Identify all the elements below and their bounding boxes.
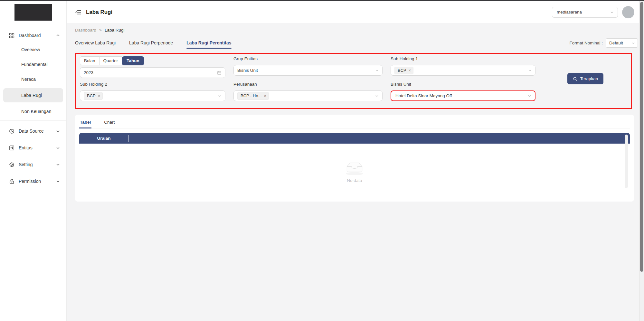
empty-inbox-icon: [344, 162, 365, 175]
chevron-down-icon: [56, 163, 60, 166]
sidebar-item-data-source[interactable]: Data Source: [0, 125, 66, 137]
workspace-select-value: mediasarana: [557, 10, 582, 14]
bisnis-unit-value: Hotel Delta Sinar Mayang Off: [395, 93, 452, 98]
period-segmented: Bulan Quarter Tahun: [80, 56, 144, 65]
workspace-select[interactable]: mediasarana: [552, 7, 618, 18]
sidebar-item-neraca[interactable]: Neraca: [3, 73, 63, 85]
period-filter: Bulan Quarter Tahun 2023: [80, 56, 225, 78]
sidebar-item-overview[interactable]: Overview: [3, 44, 63, 55]
breadcrumb: Dashboard > Laba Rugi: [75, 28, 638, 33]
main-area: Laba Rugi mediasarana Dashboard > Laba R…: [67, 0, 644, 321]
page-scrollbar-thumb[interactable]: [640, 2, 643, 272]
chevron-down-icon: [56, 129, 60, 133]
tab-laba-rugi-perperiode[interactable]: Laba Rugi Perperiode: [129, 40, 173, 49]
sidebar-item-setting[interactable]: Setting: [0, 158, 66, 171]
selected-tag: BCP - Ho... ×: [237, 92, 269, 100]
tag-label: BCP - Ho...: [241, 93, 262, 98]
sidebar-item-label: Fundamental: [21, 62, 48, 67]
sidebar-item-label: Dashboard: [19, 33, 56, 38]
sub-holding-2-filter: Sub Holding 2 BCP ×: [80, 82, 225, 101]
tab-tabel[interactable]: Tabel: [79, 118, 91, 128]
chevron-down-icon: [528, 94, 531, 98]
year-picker-value: 2023: [84, 70, 93, 75]
lock-icon: [9, 179, 14, 184]
period-option-bulan[interactable]: Bulan: [80, 56, 99, 65]
chevron-down-icon: [56, 146, 60, 150]
tag-close-icon[interactable]: ×: [98, 94, 100, 98]
page-content: Dashboard > Laba Rugi Overview Laba Rugi…: [67, 28, 644, 202]
breadcrumb-dashboard[interactable]: Dashboard: [75, 28, 96, 33]
chevron-down-icon: [610, 10, 614, 14]
sidebar-item-laba-rugi[interactable]: Laba Rugi: [3, 88, 63, 102]
result-tabs: Tabel Chart: [79, 118, 630, 128]
sidebar-dashboard-submenu: Overview Fundamental Neraca Laba Rugi No…: [0, 44, 66, 117]
page-scrollbar[interactable]: [639, 1, 644, 321]
sub-holding-1-select[interactable]: BCP ×: [391, 65, 535, 76]
tab-laba-rugi-perentitas[interactable]: Laba Rugi Perentitas: [186, 40, 231, 49]
chevron-up-icon: [56, 33, 60, 37]
grup-entitas-select[interactable]: Bisnis Unit: [233, 65, 383, 76]
empty-text: No data: [347, 178, 362, 183]
table-scrollbar-thumb[interactable]: [625, 135, 628, 188]
period-option-tahun[interactable]: Tahun: [122, 56, 144, 65]
sliders-icon: [9, 145, 14, 151]
app-logo: [14, 4, 52, 21]
calendar-icon: [217, 71, 222, 75]
selected-tag: BCP ×: [394, 67, 413, 74]
tag-label: BCP: [398, 68, 406, 73]
sub-holding-2-label: Sub Holding 2: [80, 82, 225, 88]
filter-panel-annotated: Bulan Quarter Tahun 2023 Grup Entitas: [75, 53, 632, 109]
tag-label: BCP: [87, 93, 96, 98]
bisnis-unit-filter: Bisnis Unit Hotel Delta Sinar Mayang Off: [391, 82, 535, 101]
table-header-uraian: Uraian: [79, 136, 128, 141]
grup-entitas-label: Grup Entitas: [233, 56, 383, 62]
header-right: mediasarana: [552, 6, 634, 18]
format-nominal-value: Default: [609, 41, 623, 45]
tab-overview-laba-rugi[interactable]: Overview Laba Rugi: [75, 40, 116, 49]
table-header: Uraian: [79, 133, 630, 144]
sidebar-item-label: Setting: [19, 162, 56, 167]
grup-entitas-value: Bisnis Unit: [237, 68, 258, 73]
format-nominal-select[interactable]: Default: [606, 38, 638, 48]
sidebar-item-permission[interactable]: Permission: [0, 175, 66, 188]
text-caret: [395, 93, 395, 99]
year-picker[interactable]: 2023: [80, 67, 225, 78]
pie-chart-icon: [9, 128, 14, 134]
menu-fold-icon[interactable]: [75, 9, 82, 15]
perusahaan-select[interactable]: BCP - Ho... ×: [233, 90, 383, 101]
app-root: Dashboard Overview Fundamental Neraca La…: [0, 0, 644, 321]
sidebar: Dashboard Overview Fundamental Neraca La…: [0, 0, 67, 321]
sidebar-item-fundamental[interactable]: Fundamental: [3, 59, 63, 70]
bisnis-unit-select[interactable]: Hotel Delta Sinar Mayang Off: [391, 90, 535, 101]
terapkan-label: Terapkan: [580, 76, 598, 81]
top-header: Laba Rugi mediasarana: [67, 1, 644, 23]
table-header-divider: [128, 135, 129, 142]
breadcrumb-current: Laba Rugi: [105, 28, 125, 33]
sub-holding-2-select[interactable]: BCP ×: [80, 90, 225, 101]
tag-close-icon[interactable]: ×: [409, 68, 411, 72]
sidebar-item-label: Entitas: [19, 145, 56, 150]
apply-cell: Terapkan: [544, 56, 627, 101]
window-top-strip: [0, 0, 644, 1]
table-empty-state: No data: [79, 144, 630, 201]
search-icon: [573, 77, 577, 81]
grup-entitas-filter: Grup Entitas Bisnis Unit: [233, 56, 383, 78]
sidebar-item-non-keuangan[interactable]: Non Keuangan: [3, 106, 63, 117]
sidebar-item-entitas[interactable]: Entitas: [0, 141, 66, 154]
avatar[interactable]: [622, 6, 634, 18]
terapkan-button[interactable]: Terapkan: [567, 73, 604, 84]
tag-close-icon[interactable]: ×: [264, 94, 267, 98]
sub-holding-1-label: Sub Holding 1: [391, 56, 535, 62]
sidebar-item-label: Data Source: [19, 128, 56, 134]
tab-chart[interactable]: Chart: [103, 118, 115, 128]
sidebar-item-label: Permission: [19, 179, 56, 184]
period-option-quarter[interactable]: Quarter: [99, 56, 122, 65]
sidebar-item-dashboard[interactable]: Dashboard: [0, 29, 66, 42]
sidebar-divider: [0, 120, 66, 121]
chevron-down-icon: [528, 69, 532, 72]
bisnis-unit-label: Bisnis Unit: [391, 82, 535, 88]
page-title: Laba Rugi: [86, 9, 112, 15]
breadcrumb-separator: >: [99, 28, 102, 33]
chevron-down-icon: [375, 94, 379, 98]
chevron-down-icon: [56, 179, 60, 183]
